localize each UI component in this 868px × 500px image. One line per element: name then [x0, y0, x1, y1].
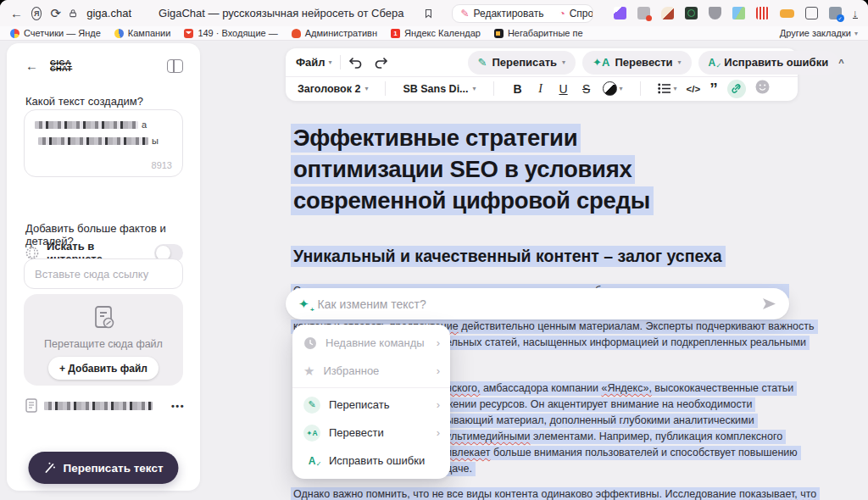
quote-button[interactable]: ” [709, 85, 718, 93]
commands-context-menu: Недавние команды› ★ Избранное› ✎ Перепис… [292, 325, 450, 479]
send-icon[interactable] [762, 297, 776, 310]
document-h1-line2[interactable]: оптимизации SEO в условиях [291, 156, 635, 183]
font-select[interactable]: SB Sans Di...▾ [403, 83, 476, 95]
browser-window: ← Я ⟳ giga.chat GigaChat — русскоязычная… [0, 0, 868, 500]
document-h2[interactable]: Уникальный и качественный контент – зало… [291, 247, 726, 266]
file-menu-icon[interactable]: ••• [171, 401, 185, 411]
bold-button[interactable]: B [511, 82, 525, 96]
bookmarks-bar: Счетчики — Янде Кампании 149 · Входящие … [0, 26, 868, 41]
editor-toolbar: Файл▾ ✎Переписать▾ ✦AПеревести▾ AИсправи… [286, 48, 798, 101]
extension-pen-icon[interactable] [614, 7, 626, 19]
underline-button[interactable]: U [557, 82, 570, 96]
chevron-down-icon: ▾ [329, 58, 332, 66]
spellcheck-icon: A [303, 453, 320, 469]
sidebar-back-icon[interactable]: ← [25, 58, 38, 73]
document-icon [92, 305, 115, 331]
menu-item-translate[interactable]: ✦A Перевести› [292, 419, 450, 447]
menu-item-recent[interactable]: Недавние команды› [292, 329, 450, 357]
rewrite-button[interactable]: ✎Переписать▾ [468, 51, 576, 75]
document-paragraph-line[interactable]: Однако важно помнить, что не все виды ко… [291, 488, 820, 500]
attached-file-row[interactable]: ••• [25, 398, 185, 413]
bookmark-item[interactable]: Негабаритные пе [494, 28, 583, 38]
emoji-button[interactable] [755, 80, 770, 97]
prompt-textarea[interactable]: а ы 8913 [24, 109, 183, 177]
color-circle-icon [603, 81, 617, 96]
bookmark-item[interactable]: 149 · Входящие — [184, 28, 277, 38]
document-paragraph-line[interactable]: ывающий материал, дополненный глубокими … [443, 414, 758, 426]
extension-sync-icon[interactable] [829, 7, 842, 19]
bookmark-item[interactable]: Административн [292, 28, 377, 38]
collapse-toolbar-icon[interactable]: ^ [838, 58, 843, 68]
extension-green-icon[interactable] [685, 7, 698, 19]
browser-actions-group: ✎Редактировать ◔Спросить [452, 4, 593, 23]
document-paragraph-line[interactable]: нского, амбассадора компании «Яндекс», в… [443, 382, 797, 394]
star-icon: ★ [303, 364, 314, 379]
document-h1-line3[interactable]: современной цифровой среды [291, 187, 654, 214]
chevron-down-icon: ▾ [562, 58, 565, 66]
document-paragraph-line[interactable]: жении ресурсов. Он акцентирует внимание … [443, 398, 755, 410]
extension-shield-icon[interactable] [709, 7, 721, 19]
yandex-icon[interactable]: Я [31, 7, 42, 20]
text-color-button[interactable]: ▾ [603, 81, 623, 96]
document-paragraph-line[interactable]: ультимедийными элементами. Например, пуб… [443, 431, 786, 442]
lock-icon [70, 8, 76, 19]
page-title: GigaChat — русскоязычная нейросеть от Сб… [159, 7, 403, 19]
undo-button[interactable] [348, 56, 363, 69]
extension-battery-icon[interactable] [780, 9, 794, 18]
extension-blocker-icon[interactable] [637, 7, 650, 19]
redo-button[interactable] [374, 56, 388, 69]
menu-item-fix-errors[interactable]: A Исправить ошибки [292, 447, 450, 475]
edit-page-button[interactable]: ✎Редактировать [453, 5, 551, 22]
address-url[interactable]: giga.chat [86, 7, 131, 19]
extensions-row: ↓ [614, 7, 859, 19]
cargo-favicon [494, 29, 504, 38]
file-menu-button[interactable]: Файл▾ [296, 56, 332, 69]
menu-item-rewrite[interactable]: ✎ Переписать› [292, 391, 450, 419]
downloads-icon[interactable]: ↓ [853, 8, 859, 19]
rewrite-text-button[interactable]: Переписать текст [28, 452, 178, 484]
other-bookmarks-button[interactable]: Другие закладки▾ [780, 28, 858, 38]
paragraph-style-select[interactable]: Заголовок 2▾ [298, 83, 368, 95]
italic-button[interactable]: I [534, 82, 548, 96]
globe-icon [25, 246, 39, 260]
pen-icon: ✎ [478, 56, 487, 69]
spellcheck-icon: A [709, 57, 716, 69]
metrica-favicon [10, 29, 19, 38]
link-icon [731, 83, 742, 94]
extension-chart-icon[interactable] [756, 7, 769, 19]
bullet-list-icon [658, 83, 671, 94]
campaigns-favicon [114, 29, 124, 38]
document-h1-line1[interactable]: Эффективные стратегии [291, 125, 581, 152]
translate-button[interactable]: ✦AПеревести▾ [582, 51, 692, 75]
ask-button[interactable]: ◔Спросить [551, 5, 593, 22]
bookmark-item[interactable]: Счетчики — Янде [10, 28, 101, 38]
calendar-favicon: 1 [391, 29, 400, 38]
strikethrough-button[interactable]: S [580, 82, 593, 96]
code-button[interactable]: </> [687, 84, 701, 94]
collapse-panel-icon[interactable] [167, 59, 183, 73]
menu-item-favorites[interactable]: ★ Избранное› [292, 357, 450, 385]
document-paragraph-line[interactable]: ивлекает больше внимания пользователей и… [443, 447, 801, 458]
list-button[interactable]: ▾ [658, 83, 677, 94]
fix-errors-button[interactable]: AИсправить ошибки [698, 51, 839, 75]
add-file-button[interactable]: + Добавить файл [48, 357, 159, 380]
extension-cube-icon[interactable] [732, 7, 745, 19]
bookmark-flag-icon[interactable] [425, 8, 432, 19]
command-input[interactable] [318, 297, 754, 311]
bookmark-item[interactable]: 1Яндекс Календар [391, 28, 481, 38]
chevron-down-icon: ▾ [473, 85, 476, 92]
chevron-down-icon: ▾ [678, 58, 682, 66]
reload-icon[interactable]: ⟳ [50, 6, 61, 21]
smiley-icon [755, 80, 770, 94]
back-icon[interactable]: ← [10, 6, 23, 20]
chevron-down-icon: ▾ [854, 30, 858, 37]
bookmark-item[interactable]: Кампании [114, 28, 171, 38]
extension-pencil-icon[interactable] [661, 7, 674, 19]
browser-toolbar: ← Я ⟳ giga.chat GigaChat — русскоязычная… [0, 0, 868, 26]
document-paragraph-line[interactable]: ельных статей, насыщенных информацией и … [443, 336, 810, 348]
extension-tabs-icon[interactable] [805, 7, 818, 19]
link-input[interactable] [24, 258, 183, 289]
link-button[interactable] [727, 80, 746, 98]
file-dropzone[interactable]: Перетащите сюда файл + Добавить файл [24, 294, 183, 386]
chevron-right-icon: › [437, 364, 440, 377]
